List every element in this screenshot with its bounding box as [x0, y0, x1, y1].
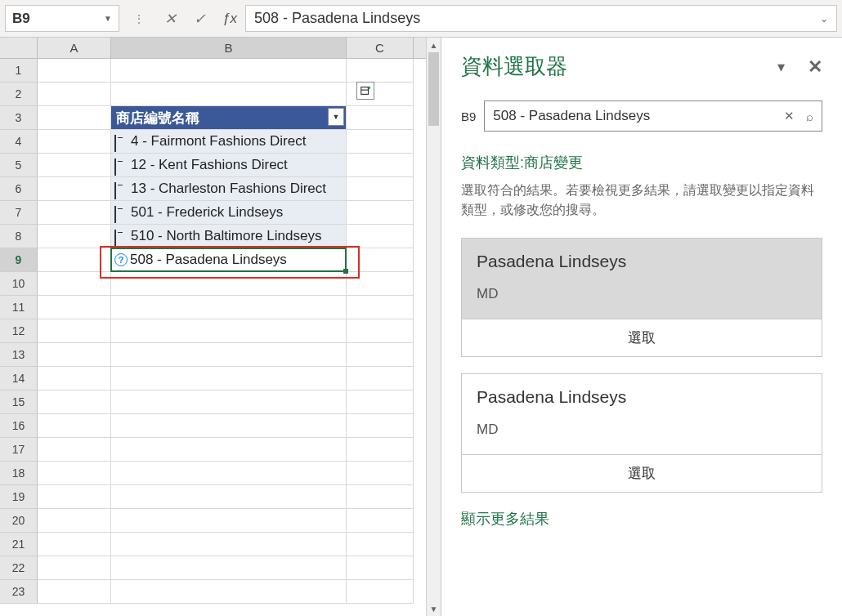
cell[interactable]	[38, 225, 111, 248]
cell[interactable]	[111, 296, 347, 319]
panel-menu-icon[interactable]: ▾	[777, 58, 785, 76]
select-button[interactable]: 選取	[462, 454, 822, 492]
cell[interactable]	[347, 319, 414, 343]
cell[interactable]	[111, 272, 347, 296]
row-header[interactable]: 13	[0, 343, 38, 367]
chevron-down-icon[interactable]: ▼	[104, 14, 112, 23]
cell[interactable]	[38, 296, 111, 319]
cell[interactable]	[347, 177, 414, 201]
result-body[interactable]: Pasadena Lindseys MD	[462, 374, 822, 454]
table-header-cell[interactable]: 商店編號名稱 ▼	[111, 106, 347, 130]
column-header-a[interactable]: A	[38, 38, 111, 58]
cell[interactable]	[111, 59, 347, 83]
cell[interactable]	[111, 533, 347, 556]
cell[interactable]	[38, 343, 111, 367]
cancel-icon[interactable]: ✕	[155, 0, 185, 37]
cell[interactable]	[347, 225, 414, 248]
cell[interactable]	[111, 580, 347, 604]
cell[interactable]	[38, 130, 111, 154]
cell[interactable]	[347, 485, 414, 509]
scroll-up-icon[interactable]: ▲	[427, 38, 441, 52]
insert-data-icon[interactable]	[356, 82, 374, 100]
cell[interactable]	[38, 272, 111, 296]
table-row[interactable]: 510 - North Baltimore Lindseys	[111, 225, 347, 248]
row-header[interactable]: 16	[0, 414, 38, 438]
select-button[interactable]: 選取	[462, 319, 822, 356]
row-header[interactable]: 20	[0, 509, 38, 533]
cell[interactable]	[111, 83, 347, 106]
cell[interactable]	[347, 154, 414, 177]
cell[interactable]	[38, 177, 111, 201]
row-header[interactable]: 9	[0, 248, 38, 272]
row-header[interactable]: 23	[0, 580, 38, 604]
row-header[interactable]: 4	[0, 130, 38, 154]
row-header[interactable]: 7	[0, 201, 38, 225]
filter-dropdown-icon[interactable]: ▼	[328, 108, 344, 126]
row-header[interactable]: 3	[0, 106, 38, 130]
active-cell[interactable]: ? 508 - Pasadena Lindseys	[111, 248, 347, 272]
cell[interactable]	[38, 319, 111, 343]
cell[interactable]	[111, 319, 347, 343]
row-header[interactable]: 12	[0, 319, 38, 343]
result-body[interactable]: Pasadena Lindseys MD	[462, 239, 822, 319]
fx-icon[interactable]: ƒx	[214, 0, 245, 37]
cell[interactable]	[38, 414, 111, 438]
formula-input[interactable]: 508 - Pasadena Lindseys ⌄	[245, 5, 837, 32]
row-header[interactable]: 10	[0, 272, 38, 296]
cell[interactable]	[38, 509, 111, 533]
cell[interactable]	[347, 367, 414, 391]
cell[interactable]	[111, 391, 347, 414]
row-header[interactable]: 15	[0, 391, 38, 414]
cell[interactable]	[111, 343, 347, 367]
cell[interactable]	[347, 201, 414, 225]
row-header[interactable]: 19	[0, 485, 38, 509]
cell[interactable]	[347, 414, 414, 438]
cell[interactable]	[38, 391, 111, 414]
table-row[interactable]: 4 - Fairmont Fashions Direct	[111, 130, 347, 154]
data-type-label[interactable]: 資料類型:商店變更	[461, 153, 822, 172]
cell[interactable]	[111, 367, 347, 391]
cell[interactable]	[347, 272, 414, 296]
table-row[interactable]: 13 - Charleston Fashions Direct	[111, 177, 347, 201]
cell[interactable]	[347, 343, 414, 367]
question-icon[interactable]: ?	[114, 253, 128, 266]
cell[interactable]	[38, 533, 111, 556]
name-box[interactable]: B9 ▼	[5, 5, 119, 32]
cell[interactable]	[38, 438, 111, 462]
cell[interactable]	[347, 580, 414, 604]
cell[interactable]	[111, 438, 347, 462]
cell[interactable]	[347, 533, 414, 556]
cell[interactable]	[347, 130, 414, 154]
cell[interactable]	[347, 391, 414, 414]
cell[interactable]	[38, 201, 111, 225]
select-all-corner[interactable]	[0, 38, 38, 58]
cell[interactable]	[38, 556, 111, 580]
cell[interactable]	[38, 462, 111, 485]
show-more-link[interactable]: 顯示更多結果	[461, 509, 822, 529]
cell[interactable]	[38, 106, 111, 130]
expand-formula-icon[interactable]: ⌄	[820, 13, 828, 25]
cell[interactable]	[38, 367, 111, 391]
row-header[interactable]: 5	[0, 154, 38, 177]
row-header[interactable]: 8	[0, 225, 38, 248]
confirm-icon[interactable]: ✓	[185, 0, 214, 37]
search-icon[interactable]: ⌕	[806, 109, 813, 123]
table-row[interactable]: 501 - Frederick Lindseys	[111, 201, 347, 225]
clear-icon[interactable]: ✕	[784, 109, 795, 123]
row-header[interactable]: 17	[0, 438, 38, 462]
row-header[interactable]: 2	[0, 83, 38, 106]
grid[interactable]: 1 2 3 商店編號名稱 ▼ 44 - Fairmont Fashions Di…	[0, 59, 441, 616]
cell[interactable]	[38, 248, 111, 272]
row-header[interactable]: 1	[0, 59, 38, 83]
fill-handle[interactable]	[343, 269, 348, 274]
vertical-scrollbar[interactable]: ▲ ▼	[426, 38, 441, 616]
cell[interactable]	[38, 59, 111, 83]
cell[interactable]	[347, 59, 414, 83]
scroll-thumb[interactable]	[428, 52, 439, 126]
row-header[interactable]: 18	[0, 462, 38, 485]
cell[interactable]	[111, 509, 347, 533]
column-header-c[interactable]: C	[347, 38, 414, 58]
cell[interactable]	[347, 509, 414, 533]
cell[interactable]	[38, 580, 111, 604]
cell[interactable]	[38, 154, 111, 177]
